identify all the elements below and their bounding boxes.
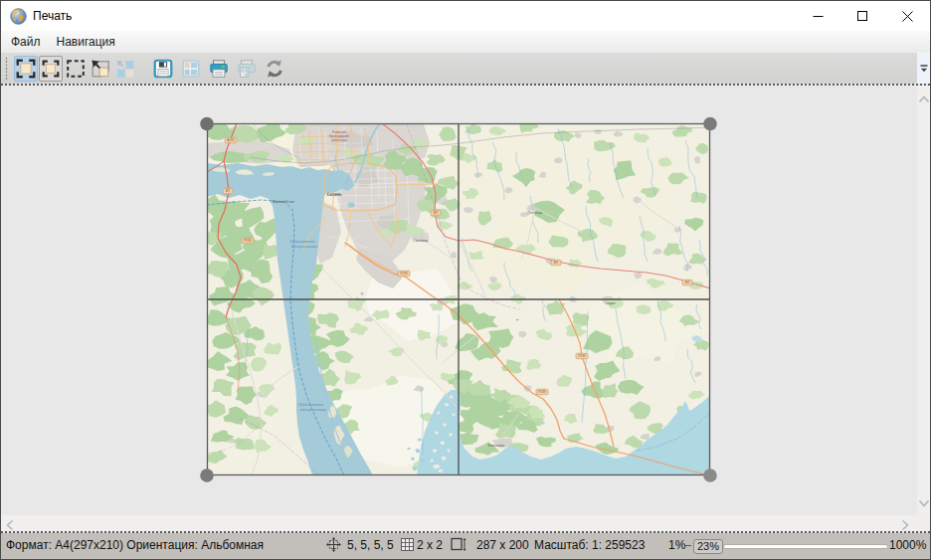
svg-text:Столбище: Столбище xyxy=(413,239,428,243)
svg-text:Р239: Р239 xyxy=(538,390,546,394)
svg-text:Пестрецы: Пестрецы xyxy=(528,211,543,215)
svg-text:Р239: Р239 xyxy=(578,354,586,358)
svg-text:Куйбышевское: Куйбышевское xyxy=(290,240,315,244)
svg-text:Казань: Казань xyxy=(327,192,342,197)
svg-text:водохранилище: водохранилище xyxy=(291,245,318,249)
svg-text:Р245: Р245 xyxy=(244,239,252,243)
svg-text:М7: М7 xyxy=(554,261,559,265)
svg-text:Куйбышевское: Куйбышевское xyxy=(299,403,324,407)
svg-text:♰: ♰ xyxy=(516,318,519,322)
svg-text:водохранилище: водохранилище xyxy=(300,408,327,412)
svg-text:Сокуры: Сокуры xyxy=(604,301,616,305)
svg-text:М7: М7 xyxy=(685,280,690,284)
svg-text:А295: А295 xyxy=(227,138,235,142)
svg-text:монастырь: монастырь xyxy=(331,138,347,142)
svg-text:Верхний Услон: Верхний Услон xyxy=(273,200,295,204)
svg-text:М7: М7 xyxy=(226,189,231,193)
svg-text:М7: М7 xyxy=(434,211,439,215)
svg-text:Именьково: Именьково xyxy=(488,444,505,448)
svg-text:Р239: Р239 xyxy=(400,272,408,276)
svg-text:♰: ♰ xyxy=(360,291,363,296)
